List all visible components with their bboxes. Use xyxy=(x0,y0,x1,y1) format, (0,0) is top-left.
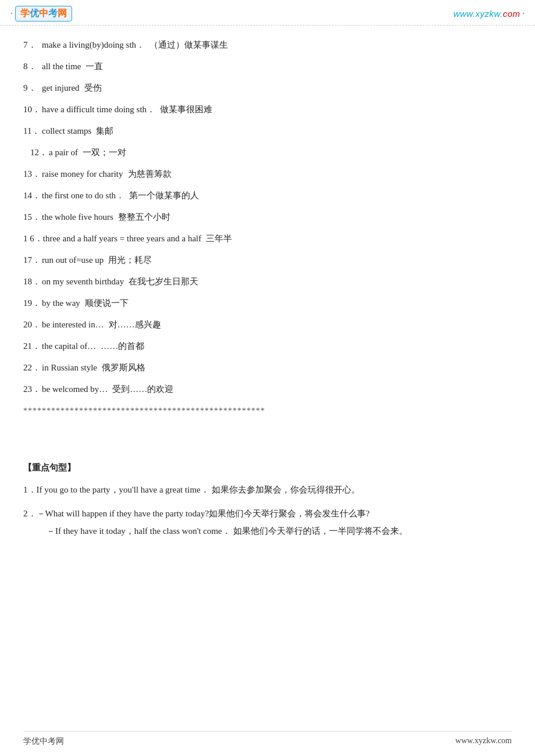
section-gap xyxy=(23,433,512,457)
phrase-cn: 用光；耗尽 xyxy=(108,255,152,265)
phrase-num: 8． xyxy=(23,59,42,74)
phrase-num: 23． xyxy=(23,381,42,397)
website-url-area: www.xyzkw.com · xyxy=(454,9,525,19)
phrase-cn: ……的首都 xyxy=(101,341,144,351)
phrase-cn: 做某事很困难 xyxy=(160,105,212,114)
phrase-num: 15． xyxy=(23,209,42,225)
sentence-a-cn: 如果他们今天举行的话，一半同学将不会来。 xyxy=(233,526,408,536)
phrase-item: 11．collect stamps集邮 xyxy=(23,123,512,139)
key-sentences-section: 【重点句型】 1．If you go to the party，you'll h… xyxy=(23,462,512,540)
phrase-item: 8．all the time一直 xyxy=(23,59,512,74)
logo-box: 学优中考网 xyxy=(15,6,72,22)
sentence-item: 2．－What will happen if they have the par… xyxy=(23,505,512,540)
phrase-num: 21． xyxy=(23,338,42,354)
logo-wang: 网 xyxy=(58,8,67,20)
phrase-cn: 整整五个小时 xyxy=(118,212,170,222)
phrase-cn: 在我七岁生日那天 xyxy=(129,277,198,286)
phrase-en: collect stamps xyxy=(42,126,91,135)
phrase-en: be welcomed by… xyxy=(42,384,108,394)
phrase-en: by the way xyxy=(42,298,80,308)
sentences-list: 1．If you go to the party，you'll have a g… xyxy=(23,482,512,540)
phrase-en: get injured xyxy=(42,83,80,92)
logo-dot-left: · xyxy=(10,9,13,19)
phrase-item: 9．get injured受伤 xyxy=(23,80,512,96)
phrase-en: all the time xyxy=(42,62,81,71)
phrase-num: 17． xyxy=(23,252,42,268)
sentence-num: 1． xyxy=(23,485,37,494)
phrase-cn: 集邮 xyxy=(96,126,113,135)
header-dot-right: · xyxy=(523,9,525,19)
sentence-q-en: －What will happen if they have the party… xyxy=(37,509,209,518)
phrase-en: be interested in… xyxy=(42,320,104,329)
phrase-cn: 一双；一对 xyxy=(83,148,126,157)
phrase-en: run out of=use up xyxy=(42,255,104,265)
sentence-a: －If they have it today，half the class wo… xyxy=(23,523,512,540)
phrase-cn: 三年半 xyxy=(206,234,232,243)
phrase-num: 10． xyxy=(23,102,42,117)
phrase-en: a pair of xyxy=(49,148,78,157)
phrase-en: in Russian style xyxy=(42,363,97,372)
phrase-cn: （通过）做某事谋生 xyxy=(149,40,228,49)
phrase-en: on my seventh birthday xyxy=(42,277,124,286)
phrase-item: 15．the whole five hours整整五个小时 xyxy=(23,209,512,225)
phrase-item: 23．be welcomed by…受到……的欢迎 xyxy=(23,381,512,397)
phrase-num: 11． xyxy=(23,123,42,139)
phrase-cn: 俄罗斯风格 xyxy=(102,363,145,372)
sentence-q-cn: 如果他们今天举行聚会，将会发生什么事? xyxy=(209,509,370,518)
phrase-item: 19．by the way顺便说一下 xyxy=(23,295,512,311)
phrase-cn: 顺便说一下 xyxy=(85,298,129,308)
phrase-cn: 为慈善筹款 xyxy=(128,169,172,179)
phrase-en: the first one to do sth． xyxy=(42,191,124,200)
phrase-item: 20．be interested in…对……感兴趣 xyxy=(23,317,512,333)
sentence-en: If you go to the party，you'll have a gre… xyxy=(37,485,209,494)
phrase-en: three and a half years = three years and… xyxy=(43,234,201,243)
phrase-cn: 对……感兴趣 xyxy=(109,320,161,329)
phrase-item: 13．raise money for charity为慈善筹款 xyxy=(23,166,512,182)
phrase-item: 22．in Russian style俄罗斯风格 xyxy=(23,360,512,376)
phrase-num: 13． xyxy=(23,166,42,182)
website-url: www.xyzkw.com xyxy=(454,9,520,19)
phrase-en: have a difficult time doing sth． xyxy=(42,105,155,114)
phrase-item: 1 6．three and a half years = three years… xyxy=(23,231,512,247)
logo-kao: 考 xyxy=(48,8,58,20)
main-content: 7．make a living(by)doing sth．（通过）做某事谋生8．… xyxy=(0,26,535,558)
key-sentences-title: 【重点句型】 xyxy=(23,462,512,473)
phrase-item: 14．the first one to do sth．第一个做某事的人 xyxy=(23,188,512,204)
divider-stars: ****************************************… xyxy=(23,406,512,416)
phrase-en: the capital of… xyxy=(42,341,96,351)
phrase-num: 22． xyxy=(23,360,42,376)
phrase-num: 9． xyxy=(23,80,42,96)
phrase-num: 14． xyxy=(23,188,42,204)
logo-you: 优 xyxy=(30,8,39,20)
sentence-item: 1．If you go to the party，you'll have a g… xyxy=(23,482,512,498)
sentence-cn: 如果你去参加聚会，你会玩得很开心。 xyxy=(212,485,360,494)
phrase-en: the whole five hours xyxy=(42,212,113,222)
phrase-cn: 第一个做某事的人 xyxy=(129,191,199,200)
phrase-num: 7． xyxy=(23,37,42,53)
phrase-num: 12． xyxy=(30,145,49,161)
phrase-num: 20． xyxy=(23,317,42,333)
sentence-num: 2． xyxy=(23,509,37,518)
phrase-num: 18． xyxy=(23,274,42,290)
phrase-item: 10．have a difficult time doing sth．做某事很困… xyxy=(23,102,512,117)
phrase-en: raise money for charity xyxy=(42,169,123,179)
phrase-item: 7．make a living(by)doing sth．（通过）做某事谋生 xyxy=(23,37,512,53)
phrase-en: make a living(by)doing sth． xyxy=(42,40,145,49)
phrase-num: 19． xyxy=(23,295,42,311)
logo-area: · 学优中考网 xyxy=(10,6,72,22)
phrase-item: 17．run out of=use up用光；耗尽 xyxy=(23,252,512,268)
logo-xue: 学 xyxy=(20,8,30,20)
sentence-a-en: －If they have it today，half the class wo… xyxy=(47,526,231,536)
logo-zhong: 中 xyxy=(39,8,48,20)
phrase-item: 18．on my seventh birthday在我七岁生日那天 xyxy=(23,274,512,290)
phrase-num: 1 6． xyxy=(23,231,43,247)
phrase-cn: 一直 xyxy=(85,62,103,71)
phrase-list: 7．make a living(by)doing sth．（通过）做某事谋生8．… xyxy=(23,37,512,397)
phrase-cn: 受伤 xyxy=(84,83,102,92)
footer-right: www.xyzkw.com xyxy=(455,736,512,747)
page-header: · 学优中考网 www.xyzkw.com · xyxy=(0,0,535,26)
phrase-cn: 受到……的欢迎 xyxy=(112,384,173,394)
phrase-item: 12．a pair of一双；一对 xyxy=(30,145,512,161)
footer-left: 学优中考网 xyxy=(23,736,64,747)
page-footer: 学优中考网 www.xyzkw.com xyxy=(23,731,512,747)
